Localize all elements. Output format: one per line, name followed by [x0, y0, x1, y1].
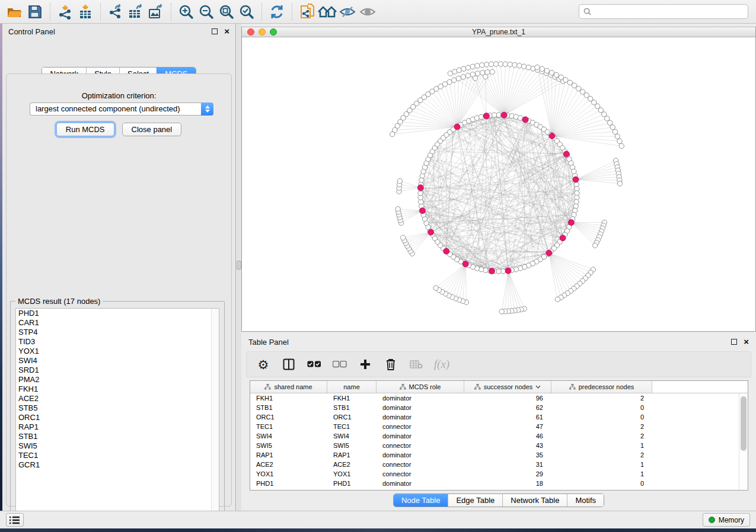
network-node[interactable] [397, 178, 402, 183]
table-row[interactable]: ACE2ACE2connector311 [250, 460, 739, 469]
network-node[interactable] [563, 151, 569, 157]
network-node[interactable] [567, 80, 572, 85]
save-session-button[interactable] [25, 2, 45, 21]
search-input[interactable] [594, 6, 744, 18]
network-node[interactable] [465, 73, 470, 78]
network-node[interactable] [615, 134, 620, 139]
network-node[interactable] [490, 69, 495, 74]
close-panel-icon[interactable]: × [744, 339, 749, 345]
mcds-result-item[interactable]: FKH1 [16, 384, 219, 394]
deselect-all-button[interactable] [333, 357, 347, 371]
network-node[interactable] [475, 63, 480, 68]
export-image-button[interactable] [146, 2, 166, 21]
mcds-result-item[interactable]: STB5 [16, 403, 219, 413]
task-history-button[interactable] [6, 513, 24, 527]
network-node[interactable] [602, 112, 607, 117]
network-node[interactable] [462, 261, 468, 267]
close-panel-button[interactable]: Close panel [122, 123, 182, 136]
table-row[interactable]: YOX1YOX1connector291 [250, 469, 739, 479]
share-document-button[interactable] [297, 2, 317, 21]
eye-button[interactable] [358, 2, 378, 21]
table-row[interactable]: ORC1ORC1dominator610 [250, 412, 739, 422]
network-node[interactable] [544, 68, 549, 73]
network-node[interactable] [610, 125, 615, 130]
export-table-button[interactable] [126, 2, 146, 21]
homes-button[interactable] [317, 2, 337, 21]
network-node[interactable] [617, 181, 622, 186]
network-graph[interactable] [242, 38, 755, 331]
mcds-result-item[interactable]: TEC1 [16, 451, 219, 460]
run-mcds-button[interactable]: Run MCDS [56, 123, 114, 136]
table-settings-button[interactable]: ⚙ [256, 357, 270, 371]
network-window-titlebar[interactable]: YPA_prune.txt_1 [242, 27, 755, 37]
mcds-result-item[interactable]: RAP1 [16, 422, 219, 432]
add-column-button[interactable] [358, 357, 372, 371]
mcds-result-item[interactable]: PHD1 [16, 309, 219, 318]
network-node[interactable] [568, 219, 574, 225]
table-row[interactable]: SWI4SWI4dominator462 [250, 431, 739, 441]
network-node[interactable] [395, 207, 400, 211]
mcds-result-item[interactable]: STB1 [16, 432, 219, 441]
network-node[interactable] [554, 72, 559, 77]
network-node[interactable] [483, 113, 489, 119]
mcds-result-item[interactable]: YOX1 [16, 347, 219, 356]
close-panel-icon[interactable]: × [224, 28, 229, 34]
network-node[interactable] [573, 177, 579, 182]
tab-network-table[interactable]: Network Table [502, 494, 567, 507]
show-columns-button[interactable] [282, 357, 296, 371]
network-node[interactable] [526, 65, 531, 70]
network-node[interactable] [483, 74, 487, 79]
mcds-result-item[interactable]: SWI5 [16, 441, 219, 451]
network-node[interactable] [447, 79, 452, 84]
network-node[interactable] [512, 62, 517, 67]
network-node[interactable] [607, 120, 612, 125]
mcds-result-item[interactable]: SWI4 [16, 356, 219, 366]
network-node[interactable] [433, 286, 438, 290]
zoom-selected-button[interactable] [237, 2, 257, 21]
network-node[interactable] [451, 78, 456, 82]
mcds-result-item[interactable]: GCR1 [16, 460, 219, 470]
network-node[interactable] [493, 62, 498, 66]
open-file-button[interactable] [5, 2, 25, 21]
table-scrollbar-thumb[interactable] [741, 396, 747, 451]
network-node[interactable] [400, 235, 405, 240]
column-header-successor-nodes[interactable]: successor nodes [464, 381, 551, 393]
network-node[interactable] [470, 64, 475, 69]
table-row[interactable]: SWI5SWI5connector431 [250, 441, 739, 450]
mcds-result-item[interactable]: PMA2 [16, 375, 219, 384]
select-all-button[interactable] [307, 357, 321, 371]
network-node[interactable] [465, 65, 470, 70]
mcds-result-list[interactable]: PHD1CAR1STP4TID3YOX1SWI4SRD1PMA2FKH1ACE2… [15, 308, 219, 515]
memory-button[interactable]: Memory [703, 513, 750, 527]
network-node[interactable] [549, 70, 554, 75]
network-node[interactable] [501, 112, 507, 118]
network-node[interactable] [456, 76, 461, 81]
mcds-list-scrollbar[interactable] [211, 309, 219, 515]
export-network-button[interactable] [106, 2, 126, 21]
network-node[interactable] [499, 309, 504, 314]
network-node[interactable] [613, 129, 617, 134]
table-row[interactable]: TEC1TEC1connector472 [250, 422, 739, 431]
network-node[interactable] [546, 250, 552, 256]
column-header-name[interactable]: name [327, 381, 377, 393]
network-node[interactable] [549, 133, 555, 139]
column-header-predecessor-nodes[interactable]: predecessor nodes [551, 381, 652, 393]
network-node[interactable] [461, 75, 465, 79]
network-node[interactable] [535, 65, 540, 70]
panel-splitter[interactable] [237, 24, 241, 511]
criterion-dropdown[interactable]: largest connected component (undirected) [30, 102, 213, 116]
network-node[interactable] [473, 76, 477, 81]
network-node[interactable] [492, 113, 496, 117]
network-node[interactable] [563, 78, 568, 82]
tab-motifs[interactable]: Motifs [567, 494, 604, 507]
network-node[interactable] [419, 208, 425, 214]
network-node[interactable] [521, 64, 526, 69]
table-row[interactable]: PHD1PHD1dominator180 [250, 479, 739, 488]
mcds-result-item[interactable]: TID3 [16, 337, 219, 347]
tab-edge-table[interactable]: Edge Table [448, 494, 502, 507]
network-node[interactable] [617, 139, 622, 143]
network-node[interactable] [555, 297, 560, 302]
network-node[interactable] [508, 62, 512, 67]
search-field[interactable] [579, 4, 748, 19]
network-node[interactable] [540, 66, 544, 71]
